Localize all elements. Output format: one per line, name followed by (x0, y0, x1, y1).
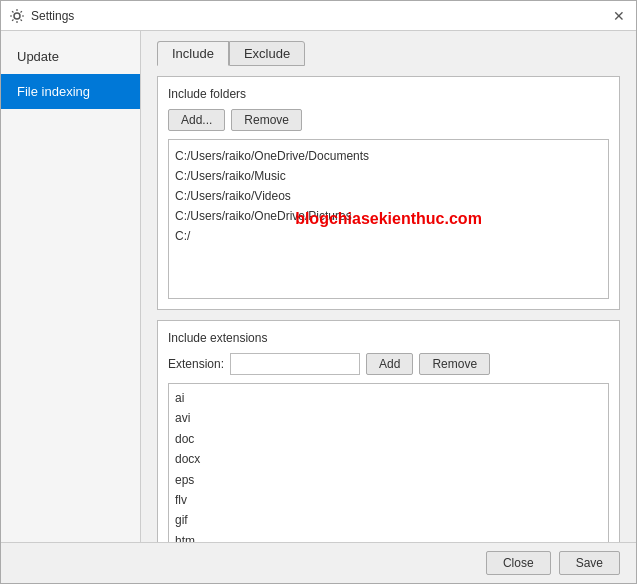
close-button[interactable]: Close (486, 551, 551, 575)
main-content: Update File indexing Include Exclude Inc… (1, 31, 636, 542)
window-title: Settings (31, 9, 74, 23)
folder-buttons: Add... Remove (168, 109, 609, 131)
tab-exclude[interactable]: Exclude (229, 41, 305, 66)
extension-input[interactable] (230, 353, 360, 375)
main-panel: Include Exclude Include folders Add... R… (141, 31, 636, 542)
add-folder-button[interactable]: Add... (168, 109, 225, 131)
list-item: C:/Users/raiko/Music (175, 166, 602, 186)
remove-extension-button[interactable]: Remove (419, 353, 490, 375)
remove-folder-button[interactable]: Remove (231, 109, 302, 131)
list-item: docx (175, 449, 602, 469)
list-item: C:/Users/raiko/OneDrive/Pictures (175, 206, 602, 226)
extension-list-container[interactable]: ai avi doc docx eps flv gif htm (168, 383, 609, 542)
add-extension-button[interactable]: Add (366, 353, 413, 375)
save-button[interactable]: Save (559, 551, 620, 575)
list-item: C:/ (175, 226, 602, 246)
settings-icon (9, 8, 25, 24)
include-extensions-section: Include extensions Extension: Add Remove… (157, 320, 620, 542)
list-item: doc (175, 429, 602, 449)
extension-input-row: Extension: Add Remove (168, 353, 609, 375)
sidebar-item-update[interactable]: Update (1, 39, 140, 74)
svg-point-0 (14, 13, 20, 19)
list-item: C:/Users/raiko/OneDrive/Documents (175, 146, 602, 166)
list-item: ai (175, 388, 602, 408)
sidebar: Update File indexing (1, 31, 141, 542)
extension-list: ai avi doc docx eps flv gif htm (169, 384, 608, 542)
list-item: flv (175, 490, 602, 510)
list-item: avi (175, 408, 602, 428)
list-item: htm (175, 531, 602, 542)
include-folders-title: Include folders (168, 87, 609, 101)
close-window-button[interactable]: ✕ (610, 7, 628, 25)
tab-include[interactable]: Include (157, 41, 229, 66)
title-bar: Settings ✕ (1, 1, 636, 31)
include-extensions-title: Include extensions (168, 331, 609, 345)
title-bar-left: Settings (9, 8, 74, 24)
list-item: C:/Users/raiko/Videos (175, 186, 602, 206)
list-item: eps (175, 470, 602, 490)
folder-list: C:/Users/raiko/OneDrive/Documents C:/Use… (168, 139, 609, 299)
footer: Close Save (1, 542, 636, 583)
settings-window: Settings ✕ Update File indexing Include … (0, 0, 637, 584)
tab-bar: Include Exclude (157, 41, 620, 66)
extension-label: Extension: (168, 357, 224, 371)
sidebar-item-file-indexing[interactable]: File indexing (1, 74, 140, 109)
include-folders-section: Include folders Add... Remove C:/Users/r… (157, 76, 620, 310)
list-item: gif (175, 510, 602, 530)
